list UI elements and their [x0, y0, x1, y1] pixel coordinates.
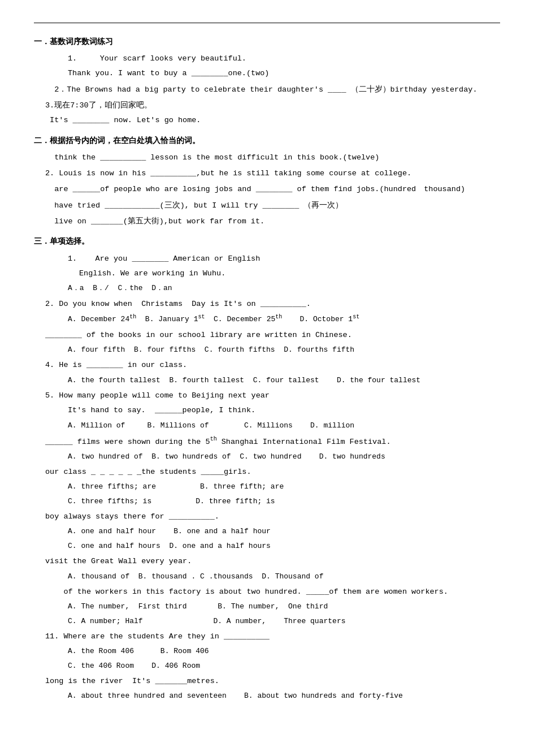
s3q7-block: our class _ _ _ _ _ _the students _____g…: [34, 465, 500, 508]
s3q12-opt1: A. about three hundred and seventeen B. …: [45, 689, 500, 702]
s3q10-opt2: C. A number; Half D. A number, Three qua…: [45, 615, 500, 628]
s3q7-opt2: C. three fifths; is D. three fifth; is: [45, 495, 500, 508]
s2q5-block: live on _______(第五大街),but work far from …: [34, 215, 500, 228]
s3q8-block: boy always stays there for __________. A…: [34, 510, 500, 552]
s2q1-line1: think the __________ lesson is the most …: [45, 151, 500, 165]
s2q4-block: have tried ____________(三次), but I will …: [34, 199, 500, 213]
top-divider: [34, 23, 500, 23]
s3q7-opt1: A. three fifths; are B. three fifth; are: [45, 480, 500, 493]
s3q5-line2: It's hand to say. ______people, I think.: [45, 404, 500, 417]
s3q8-opt2: C. one and half hours D. one and a half …: [45, 539, 500, 552]
s3q7-line1: our class _ _ _ _ _ _the students _____g…: [45, 465, 500, 479]
s2q5-line1: live on _______(第五大街),but work far from …: [45, 215, 500, 228]
s3q4-block: 4. He is ________ in our class. A. the f…: [34, 358, 500, 387]
s2q4-line1: have tried ____________(三次), but I will …: [45, 199, 500, 213]
section1-title: 一．基数词序数词练习: [34, 34, 500, 49]
s3q9-block: visit the Great Wall every year. A. thou…: [34, 555, 500, 583]
s2q2-line1: 2. Louis is now in his __________,but he…: [45, 167, 500, 180]
section2-title: 二．根据括号内的词，在空白处填入恰当的词。: [34, 133, 500, 148]
s3q8-line1: boy always stays there for __________.: [45, 510, 500, 524]
s3q1-block: 1. Are you ________ American or English …: [34, 252, 500, 295]
q3-line2: It's ________ now. Let's go home.: [45, 114, 500, 127]
s3q11-block: 11. Where are the students Are they in _…: [34, 630, 500, 672]
s3q2-line1: 2. Do you know when Christams Day is It'…: [45, 297, 500, 311]
q3-block: 3.现在7:30了，咱们回家吧。 It's ________ now. Let'…: [34, 99, 500, 128]
s3q2-options: A. December 24th B. January 1st C. Decem…: [45, 312, 500, 326]
q3-line1: 3.现在7:30了，咱们回家吧。: [45, 99, 500, 113]
s3q4-line1: 4. He is ________ in our class.: [45, 358, 500, 372]
s3q11-line1: 11. Where are the students Are they in _…: [45, 630, 500, 643]
s3q6-line1: ______ films were shown during the 5th S…: [45, 434, 500, 449]
s3q6-block: ______ films were shown during the 5th S…: [34, 434, 500, 463]
s3q11-opt2: C. the 406 Room D. 406 Room: [45, 659, 500, 672]
s3q9-line1: visit the Great Wall every year.: [45, 555, 500, 568]
s3q3-options: A. four fifth B. four fifths C. fourth f…: [45, 343, 500, 356]
s3q5-line1: 5. How many people will come to Beijing …: [45, 389, 500, 403]
s2q3-line1: are ______of people who are losing jobs …: [45, 183, 500, 196]
s3q1-line2: English. We are working in Wuhu.: [45, 267, 500, 280]
s3q6-options: A. two hundred of B. two hundreds of C. …: [45, 450, 500, 463]
s3q3-block: ________ of the books in our school libr…: [34, 329, 500, 357]
q1-line2: Thank you. I want to buy a ________one.(…: [45, 67, 500, 80]
s3q10-block: of the workers in this factory is about …: [34, 585, 500, 628]
s3q11-opt1: A. the Room 406 B. Room 406: [45, 645, 500, 658]
s3q2-block: 2. Do you know when Christams Day is It'…: [34, 297, 500, 326]
s3q12-block: long is the river It's _______metres. A.…: [34, 675, 500, 703]
s3q4-options: A. the fourth tallest B. fourth tallest …: [45, 374, 500, 387]
s3q12-line1: long is the river It's _______metres.: [45, 675, 500, 688]
s3q10-line1: of the workers in this factory is about …: [45, 585, 500, 599]
q1-block: 1. Your scarf looks very beautiful. Than…: [34, 52, 500, 81]
s3q3-line1: ________ of the books in our school libr…: [45, 329, 500, 342]
s3q10-opt1: A. The number, First third B. The number…: [45, 600, 500, 613]
s2q3-block: are ______of people who are losing jobs …: [34, 183, 500, 196]
s3q8-opt1: A. one and half hour B. one and a half h…: [45, 525, 500, 538]
q2-line1: 2．The Browns had a big party to celebrat…: [45, 83, 500, 97]
s3q5-options: A. Million of B. Millions of C. Millions…: [45, 419, 500, 432]
q2-block: 2．The Browns had a big party to celebrat…: [34, 83, 500, 97]
s3q5-block: 5. How many people will come to Beijing …: [34, 389, 500, 432]
q1-line1: 1. Your scarf looks very beautiful.: [45, 52, 500, 66]
s2q2-block: 2. Louis is now in his __________,but he…: [34, 167, 500, 180]
s3q1-options: A．a B．/ C．the D．an: [45, 282, 500, 295]
s2q1-block: think the __________ lesson is the most …: [34, 151, 500, 165]
s3q9-options: A. thousand of B. thousand . C .thousand…: [45, 570, 500, 583]
section3-title: 三．单项选择。: [34, 234, 500, 248]
s3q1-line1: 1. Are you ________ American or English: [45, 252, 500, 266]
